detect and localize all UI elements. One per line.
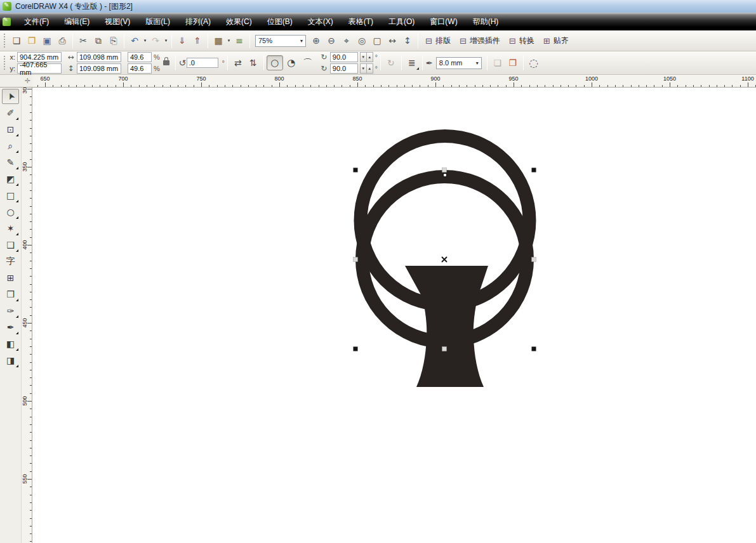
ellipse-tool[interactable]: ○: [2, 204, 19, 219]
pie-mode-button[interactable]: ◔: [283, 55, 300, 70]
convert-to-curves-button[interactable]: ◌: [526, 55, 541, 70]
interactive-fill-tool[interactable]: ◨: [2, 353, 19, 368]
chevron-down-icon[interactable]: ▾: [471, 60, 479, 66]
freehand-tool[interactable]: ✎: [2, 155, 19, 170]
menu-view[interactable]: 视图(V): [97, 13, 138, 30]
menu-effects[interactable]: 效果(C): [218, 13, 260, 30]
snap-plugin-button[interactable]: ⊞贴齐: [539, 33, 573, 48]
ruler-origin-icon[interactable]: ✛: [25, 77, 30, 85]
drawing-canvas[interactable]: [32, 88, 756, 543]
menu-window[interactable]: 窗口(W): [422, 13, 465, 30]
bring-forward-button[interactable]: ❐: [505, 55, 521, 70]
convert-plugin-button[interactable]: ⊟转换: [505, 33, 539, 48]
zoom-to-selected-button[interactable]: ⌖: [339, 33, 354, 48]
new-button[interactable]: ❏: [9, 33, 24, 48]
undo-button-dropdown[interactable]: ▾: [142, 38, 148, 43]
horizontal-ruler[interactable]: 650700750800850900950100010501100: [32, 75, 756, 88]
paste-button[interactable]: ⎘: [106, 33, 121, 48]
artwork-svg[interactable]: [32, 88, 755, 543]
selection-center-x-marker[interactable]: [442, 257, 447, 262]
ruler-origin-corner[interactable]: ✛: [0, 75, 32, 88]
menu-table[interactable]: 表格(T): [341, 13, 381, 30]
outline-width-combobox[interactable]: 8.0 mm ▾: [436, 57, 482, 69]
menu-file[interactable]: 文件(F): [17, 13, 56, 30]
options-button[interactable]: ≡: [232, 33, 247, 48]
application-launcher-button[interactable]: ▦: [211, 33, 226, 48]
selection-mid-handle[interactable]: [532, 258, 536, 262]
menu-bitmaps[interactable]: 位图(B): [260, 13, 300, 30]
spin-up-icon[interactable]: ▲: [366, 63, 373, 74]
blend-tool[interactable]: ❒: [2, 287, 19, 302]
start-angle-spinner[interactable]: ▼▲: [361, 52, 373, 62]
mirror-horizontal-button[interactable]: ⇄: [230, 55, 246, 70]
propertybar-grip[interactable]: [4, 56, 6, 70]
save-button[interactable]: ▣: [39, 33, 55, 48]
zoom-to-page-button[interactable]: ▢: [369, 33, 385, 48]
open-button[interactable]: ❐: [24, 33, 39, 48]
mirror-vertical-button[interactable]: ⇅: [246, 55, 261, 70]
start-angle-field[interactable]: 90.0: [330, 52, 358, 62]
menu-help[interactable]: 帮助(H): [465, 13, 507, 30]
application-launcher-button-dropdown[interactable]: ▾: [226, 38, 232, 43]
eyedropper-tool[interactable]: ✑: [2, 303, 19, 318]
selection-corner-handle[interactable]: [532, 168, 536, 173]
scale-horizontal-field[interactable]: 49.6: [128, 52, 152, 62]
basic-shapes-tool[interactable]: ❑: [2, 237, 19, 252]
object-height-field[interactable]: 109.098 mm: [77, 63, 121, 74]
zoom-to-page-height-button[interactable]: ↕: [400, 33, 415, 48]
rotation-angle-field[interactable]: .0: [187, 58, 218, 68]
zoom-to-page-width-button[interactable]: ↔: [385, 33, 400, 48]
menu-layout[interactable]: 版面(L): [138, 13, 178, 30]
document-window-icon[interactable]: [3, 18, 11, 26]
ellipse-node[interactable]: [444, 174, 447, 177]
selection-corner-handle[interactable]: [532, 347, 536, 351]
zoom-in-button[interactable]: ⊕: [308, 33, 324, 48]
layout-plugin-button[interactable]: ⊟排版: [421, 33, 455, 48]
ellipse-mode-button[interactable]: ○: [267, 55, 283, 70]
table-tool[interactable]: ⊞: [2, 270, 19, 285]
arc-mode-button[interactable]: ⌒: [300, 55, 316, 70]
smart-fill-tool[interactable]: ◩: [2, 171, 19, 186]
spin-up-icon[interactable]: ▲: [366, 52, 373, 62]
text-tool[interactable]: 字: [2, 254, 19, 269]
copy-button[interactable]: ⧉: [91, 33, 106, 48]
outline-pen-tool[interactable]: ✒: [2, 320, 19, 335]
menu-arrange[interactable]: 排列(A): [178, 13, 218, 30]
chevron-down-icon[interactable]: ▾: [295, 38, 303, 44]
menu-edit[interactable]: 编辑(E): [56, 13, 97, 30]
menu-text[interactable]: 文本(X): [300, 13, 341, 30]
nonproportional-scaling-lock-icon[interactable]: [163, 60, 169, 65]
selection-mid-handle[interactable]: [354, 258, 358, 262]
toolbar-grip[interactable]: [4, 34, 6, 48]
end-angle-spinner[interactable]: ▼▲: [361, 63, 373, 74]
wrap-paragraph-text-button[interactable]: ≣: [404, 55, 420, 70]
vertical-ruler[interactable]: 300350400450500550: [22, 88, 32, 543]
export-button[interactable]: ⇑: [190, 33, 205, 48]
redo-button-dropdown[interactable]: ▾: [163, 38, 169, 43]
rectangle-tool[interactable]: □: [2, 188, 19, 203]
shape-tool[interactable]: ✐: [2, 105, 19, 121]
zoom-level-combobox[interactable]: 75% ▾: [255, 35, 306, 47]
fill-tool[interactable]: ◧: [2, 336, 19, 351]
zoom-to-all-objects-button[interactable]: ◎: [354, 33, 369, 48]
end-angle-field[interactable]: 90.0: [330, 63, 358, 74]
object-width-field[interactable]: 109.098 mm: [77, 52, 121, 62]
import-button[interactable]: ⇓: [175, 33, 190, 48]
selection-corner-handle[interactable]: [354, 347, 358, 351]
cut-button[interactable]: ✂: [76, 33, 91, 48]
selection-mid-handle[interactable]: [442, 168, 447, 173]
polygon-tool[interactable]: ✶: [2, 221, 19, 236]
crop-tool[interactable]: ⊡: [2, 122, 19, 137]
menu-tools[interactable]: 工具(O): [381, 13, 422, 30]
undo-button[interactable]: ↶: [127, 33, 142, 48]
pick-tool[interactable]: ➤: [2, 89, 19, 104]
selection-mid-handle[interactable]: [442, 347, 447, 351]
scale-vertical-field[interactable]: 49.6: [128, 63, 152, 74]
selection-corner-handle[interactable]: [354, 168, 358, 173]
print-button[interactable]: ⎙: [55, 33, 70, 48]
enhance-plugin-button[interactable]: ⊟增强插件: [455, 33, 505, 48]
zoom-out-button[interactable]: ⊖: [324, 33, 339, 48]
trunk-shape[interactable]: [405, 266, 488, 387]
zoom-tool[interactable]: ⌕: [2, 138, 19, 154]
y-position-field[interactable]: -407.665 mm: [17, 63, 62, 74]
